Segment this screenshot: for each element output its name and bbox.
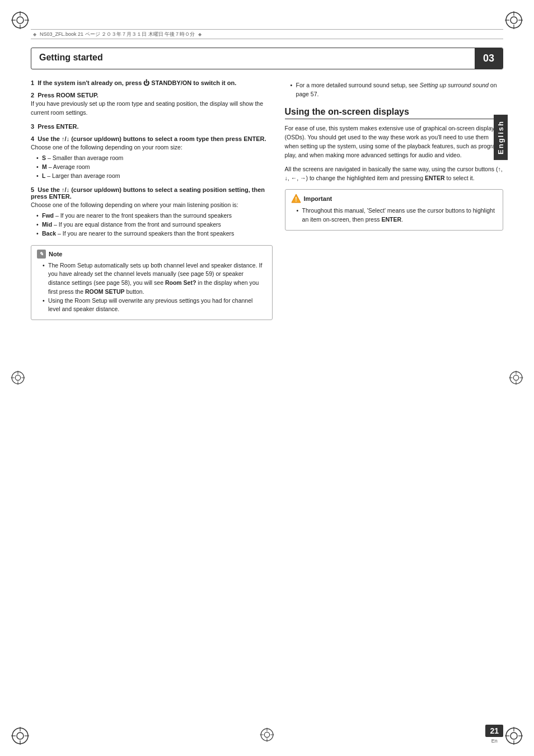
step-5-bullet-fwd: Fwd – If you are nearer to the front spe… bbox=[36, 212, 273, 220]
step-4-number: 4 bbox=[31, 135, 38, 142]
page-sub: En bbox=[491, 738, 498, 744]
step-2-body: If you have previously set up the room t… bbox=[31, 100, 273, 118]
section-body-2: All the screens are navigated in basical… bbox=[285, 165, 503, 183]
step-4-bullets: S – Smaller than average room M – Averag… bbox=[31, 154, 273, 180]
note-header: ✎ Note bbox=[37, 250, 266, 259]
note-bullet-2: Using the Room Setup will overwrite any … bbox=[43, 297, 266, 314]
important-header: ! Important bbox=[291, 194, 497, 204]
step-5-header: 5 Use the ↑/↓ (cursor up/down) buttons t… bbox=[31, 186, 273, 200]
step-4-intro: Choose one of the following depending on… bbox=[31, 143, 273, 152]
step-4-title: Use the ↑/↓ (cursor up/down) buttons to … bbox=[38, 135, 266, 142]
svg-point-19 bbox=[510, 732, 517, 739]
step-5-bullet-back: Back – If you are nearer to the surround… bbox=[36, 229, 273, 238]
step-5: 5 Use the ↑/↓ (cursor up/down) buttons t… bbox=[31, 186, 273, 238]
note-icon: ✎ bbox=[37, 250, 46, 259]
right-column: For a more detailed surround sound setup… bbox=[285, 79, 503, 320]
step-2-number: 2 bbox=[31, 92, 38, 98]
step-4-bullet-l: L – Larger than average room bbox=[36, 172, 273, 181]
step-4-bullet-m: M – Average room bbox=[36, 163, 273, 172]
step-2: 2 Press ROOM SETUP. If you have previous… bbox=[31, 92, 273, 118]
main-two-col: 1 If the system isn't already on, press … bbox=[31, 79, 503, 320]
step-1-header: 1 If the system isn't already on, press … bbox=[31, 79, 273, 86]
file-info-bar: ◆ NS03_ZFL.book 21 ページ ２０３年７月３１日 木曜日 午後７… bbox=[31, 29, 503, 39]
step-3-text: Press ENTER. bbox=[38, 123, 78, 130]
section-body-1: For ease of use, this system makes exten… bbox=[285, 124, 503, 160]
section-heading: Using the on-screen displays bbox=[285, 107, 503, 119]
step-1-text: If the system isn't already on, press ⏻ … bbox=[38, 79, 236, 86]
reg-mark-tr bbox=[504, 10, 524, 30]
chapter-title: Getting started bbox=[31, 48, 475, 69]
svg-text:!: ! bbox=[295, 196, 297, 203]
note-bullets: The Room Setup automatically sets up bot… bbox=[37, 261, 266, 314]
left-column: 1 If the system isn't already on, press … bbox=[31, 79, 273, 320]
important-bullet: Throughout this manual, 'Select' means u… bbox=[297, 206, 497, 224]
important-label: Important bbox=[304, 195, 332, 202]
svg-point-1 bbox=[17, 17, 24, 24]
svg-point-33 bbox=[15, 375, 20, 380]
svg-point-13 bbox=[17, 732, 24, 739]
step-2-label: Press ROOM SETUP. bbox=[38, 92, 99, 98]
step-5-bullets: Fwd – If you are nearer to the front spe… bbox=[31, 212, 273, 238]
right-intro-bullet: For a more detailed surround sound setup… bbox=[291, 81, 503, 99]
english-language-tab: English bbox=[494, 115, 508, 160]
chapter-header: Getting started 03 bbox=[31, 48, 503, 69]
step-1-number: 1 bbox=[31, 79, 38, 86]
step-4-bullet-s: S – Smaller than average room bbox=[36, 154, 273, 163]
page-footer: 21 En bbox=[485, 725, 503, 744]
step-5-bullet-mid: Mid – If you are equal distance from the… bbox=[36, 220, 273, 229]
step-4-header: 4 Use the ↑/↓ (cursor up/down) buttons t… bbox=[31, 135, 273, 142]
reg-mark-mid-left bbox=[10, 370, 26, 387]
important-bullets: Throughout this manual, 'Select' means u… bbox=[291, 206, 497, 224]
file-info-text: NS03_ZFL.book 21 ページ ２０３年７月３１日 木曜日 午後７時０… bbox=[40, 31, 195, 38]
reg-mark-tl bbox=[10, 10, 30, 30]
reg-mark-mid-bottom bbox=[259, 727, 275, 744]
right-intro-bullets: For a more detailed surround sound setup… bbox=[285, 81, 503, 99]
diamond-left: ◆ bbox=[33, 32, 36, 37]
reg-mark-bl bbox=[10, 726, 30, 746]
reg-mark-br bbox=[504, 726, 524, 746]
svg-point-7 bbox=[510, 17, 517, 24]
step-1: 1 If the system isn't already on, press … bbox=[31, 79, 273, 86]
svg-point-39 bbox=[513, 375, 518, 380]
step-3-number: 3 bbox=[31, 123, 38, 130]
note-body: The Room Setup automatically sets up bot… bbox=[37, 261, 266, 314]
content-area: Getting started 03 1 If the system isn't… bbox=[31, 48, 503, 722]
step-4: 4 Use the ↑/↓ (cursor up/down) buttons t… bbox=[31, 135, 273, 181]
step-5-intro: Choose one of the following depending on… bbox=[31, 201, 273, 210]
svg-point-27 bbox=[264, 732, 269, 737]
note-box: ✎ Note The Room Setup automatically sets… bbox=[31, 245, 273, 321]
step-5-title: Use the ↑/↓ (cursor up/down) buttons to … bbox=[31, 186, 265, 200]
step-3-header: 3 Press ENTER. bbox=[31, 123, 273, 130]
important-box: ! Important Throughout this manual, 'Sel… bbox=[285, 189, 503, 231]
diamond-right: ◆ bbox=[198, 32, 202, 37]
step-3: 3 Press ENTER. bbox=[31, 123, 273, 130]
chapter-number: 03 bbox=[475, 48, 503, 69]
note-label: Note bbox=[49, 251, 62, 257]
note-bullet-1: The Room Setup automatically sets up bot… bbox=[43, 261, 266, 297]
warning-icon: ! bbox=[291, 194, 301, 204]
step-5-number: 5 bbox=[31, 186, 38, 193]
page-number: 21 bbox=[485, 725, 503, 737]
step-2-header: 2 Press ROOM SETUP. bbox=[31, 92, 273, 98]
reg-mark-mid-right bbox=[508, 370, 524, 387]
